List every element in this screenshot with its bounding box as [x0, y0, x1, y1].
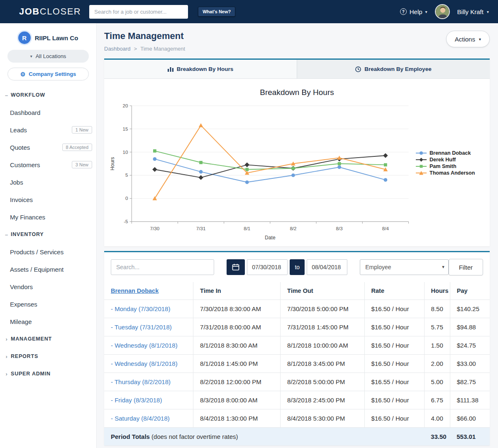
employee-name-link[interactable]: Brennan Doback	[111, 287, 159, 294]
chart-legend: Brennan DobackDerek HuffPam SmithThomas …	[416, 149, 486, 177]
pay-cell: $24.75	[450, 336, 490, 355]
time-out-cell: 7/31/2018 1:45:00 PM	[281, 318, 365, 336]
legend-item-pam-smith[interactable]: Pam Smith	[416, 163, 486, 169]
time-out-cell: 8/1/2018 10:00:00 AM	[281, 336, 365, 355]
day-link[interactable]: - Wednesday (8/1/2018)	[111, 342, 178, 349]
breadcrumb-dashboard[interactable]: Dashboard	[104, 46, 131, 52]
table-row: - Tuesday (7/31/2018)7/31/2018 8:00:00 A…	[104, 318, 490, 336]
sidebar-item-jobs[interactable]: Jobs	[0, 173, 96, 191]
rate-cell: $16.50 / Hour	[364, 300, 424, 318]
legend-label: Derek Huff	[430, 157, 456, 163]
svg-text:Hours: Hours	[110, 157, 115, 170]
time-out-cell: 8/1/2018 3:45:00 PM	[281, 355, 365, 373]
sidebar-item-invoices[interactable]: Invoices	[0, 191, 96, 208]
help-menu[interactable]: Help	[400, 8, 427, 15]
table-row: - Thursday (8/2/2018)8/2/2018 12:00:00 P…	[104, 373, 490, 391]
date-to-field[interactable]: 08/04/2018	[307, 259, 347, 275]
sidebar-item-dashboard[interactable]: Dashboard	[0, 104, 96, 121]
column-header-time-in: Time In	[193, 282, 281, 300]
sidebar-item-label: Mileage	[10, 318, 32, 325]
time-out-cell: 8/3/2018 2:45:00 PM	[281, 391, 365, 409]
legend-item-derek-huff[interactable]: Derek Huff	[416, 157, 486, 163]
sidebar-item-quotes[interactable]: Quotes8 Accepted	[0, 139, 96, 156]
day-link[interactable]: - Saturday (8/4/2018)	[111, 415, 170, 422]
svg-text:5: 5	[125, 172, 128, 178]
logo-light: CLOSER	[40, 6, 81, 17]
whats-new-button[interactable]: What's New?	[198, 7, 235, 17]
calendar-button[interactable]	[227, 259, 245, 275]
totals-label: Period Totals	[111, 433, 150, 440]
tab-breakdown-by-hours[interactable]: Breakdown By Hours	[104, 60, 297, 78]
avatar-photo	[436, 5, 450, 19]
sidebar-item-label: Leads	[10, 127, 27, 134]
sidebar-section-inventory[interactable]: INVENTORY	[0, 226, 96, 243]
column-header-time-out: Time Out	[281, 282, 365, 300]
day-link[interactable]: - Monday (7/30/2018)	[111, 305, 170, 312]
collapse-icon	[3, 92, 10, 98]
column-header-pay: Pay	[450, 282, 490, 300]
main-content: Time Management Dashboard Time Managemen…	[97, 23, 498, 448]
tab-breakdown-by-employee[interactable]: Breakdown By Employee	[297, 60, 490, 78]
sidebar-item-label: Jobs	[10, 179, 23, 186]
employee-select[interactable]: Employee	[360, 259, 448, 275]
legend-label: Brennan Doback	[430, 150, 471, 156]
sidebar-section-super-admin[interactable]: SUPER ADMIN	[0, 365, 96, 382]
chevron-down-icon	[30, 54, 32, 58]
time-in-cell: 8/1/2018 8:30:00 AM	[193, 336, 281, 355]
rate-cell: $16.50 / Hour	[364, 391, 424, 409]
section-label: INVENTORY	[11, 231, 44, 237]
legend-item-brennan-doback[interactable]: Brennan Doback	[416, 150, 486, 156]
sidebar-item-products-services[interactable]: Products / Services	[0, 243, 96, 261]
time-in-cell: 8/4/2018 1:30:00 PM	[193, 409, 281, 428]
sidebar-item-vendors[interactable]: Vendors	[0, 278, 96, 295]
chevron-down-icon	[487, 10, 489, 14]
actions-button[interactable]: Actions	[446, 31, 490, 47]
count-badge: 8 Accepted	[62, 144, 92, 151]
avatar[interactable]	[435, 4, 450, 19]
company-settings-button[interactable]: Company Settings	[7, 68, 89, 80]
svg-text:20: 20	[123, 103, 128, 108]
day-link[interactable]: - Tuesday (7/31/2018)	[111, 324, 172, 331]
sidebar-section-workflow[interactable]: WORKFLOW	[0, 86, 96, 104]
day-link[interactable]: - Thursday (8/2/2018)	[111, 378, 171, 385]
sidebar-item-my-finances[interactable]: My Finances	[0, 208, 96, 226]
day-link[interactable]: - Friday (8/3/2018)	[111, 397, 162, 404]
global-search-input[interactable]	[89, 5, 188, 19]
page-head: Time Management Dashboard Time Managemen…	[104, 31, 490, 52]
logo-bold: JOB	[19, 6, 40, 17]
sidebar-item-label: Quotes	[10, 144, 30, 151]
table-row: - Saturday (8/4/2018)8/4/2018 1:30:00 PM…	[104, 409, 490, 428]
sidebar-section-reports[interactable]: REPORTS	[0, 348, 96, 365]
tab-label: Breakdown By Employee	[364, 66, 431, 72]
user-menu[interactable]: Billy Kraft	[457, 8, 489, 15]
sidebar-item-assets-equipment[interactable]: Assets / Equipment	[0, 261, 96, 278]
sidebar-item-customers[interactable]: Customers3 New	[0, 156, 96, 173]
sidebar-item-label: Vendors	[10, 283, 33, 290]
sidebar-section-management[interactable]: MANAGEMENT	[0, 330, 96, 348]
topbar-right: Help Billy Kraft	[400, 4, 489, 19]
expand-icon	[3, 371, 10, 377]
date-from-field[interactable]: 07/30/2018	[247, 259, 288, 275]
breadcrumb-current: Time Management	[140, 46, 185, 52]
sidebar-item-leads[interactable]: Leads1 New	[0, 121, 96, 139]
employee-select-wrap: Employee	[360, 259, 448, 275]
sidebar-item-expenses[interactable]: Expenses	[0, 295, 96, 313]
svg-text:7/31: 7/31	[196, 226, 206, 231]
locations-dropdown[interactable]: All Locations	[7, 50, 89, 63]
chart-tabs: Breakdown By HoursBreakdown By Employee	[104, 60, 490, 79]
time-in-cell: 8/3/2018 8:00:00 AM	[193, 391, 281, 409]
filter-button[interactable]: Filter	[449, 259, 483, 275]
legend-label: Pam Smith	[430, 163, 456, 169]
table-search-input[interactable]	[111, 259, 214, 275]
user-name: Billy Kraft	[457, 8, 483, 15]
day-link[interactable]: - Wednesday (8/1/2018)	[111, 360, 178, 367]
legend-marker-icon	[416, 164, 427, 169]
time-out-cell: 7/30/2018 5:00:00 PM	[281, 300, 365, 318]
sidebar: R RIIPL Lawn Co All Locations Company Se…	[0, 23, 97, 448]
app-logo: JOBCLOSER	[19, 6, 81, 17]
legend-item-thomas-anderson[interactable]: Thomas Anderson	[416, 170, 486, 176]
rate-cell: $16.50 / Hour	[364, 355, 424, 373]
sidebar-item-mileage[interactable]: Mileage	[0, 313, 96, 330]
chevron-down-icon	[425, 10, 427, 14]
tab-label: Breakdown By Hours	[177, 66, 234, 72]
